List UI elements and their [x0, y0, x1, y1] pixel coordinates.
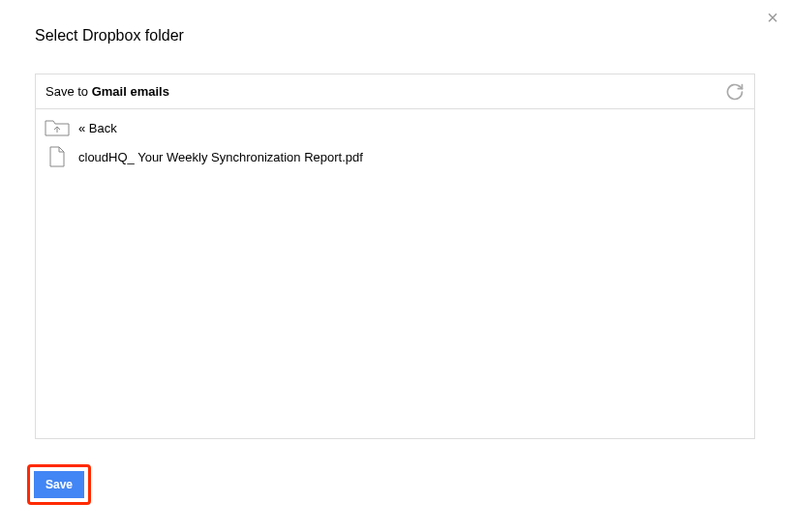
dialog-title: Select Dropbox folder [35, 27, 184, 44]
folder-up-icon [42, 116, 73, 139]
back-row[interactable]: « Back [36, 113, 754, 142]
save-highlight: Save [27, 464, 91, 505]
close-icon[interactable]: × [767, 8, 778, 27]
path-prefix: Save to [46, 84, 92, 99]
panel-header: Save to Gmail emails [36, 74, 754, 109]
path-folder: Gmail emails [92, 84, 169, 99]
refresh-icon[interactable] [725, 82, 744, 102]
file-name: cloudHQ_ Your Weekly Synchronization Rep… [78, 150, 363, 164]
save-button[interactable]: Save [34, 471, 84, 498]
file-row[interactable]: cloudHQ_ Your Weekly Synchronization Rep… [36, 142, 754, 171]
path-text: Save to Gmail emails [46, 84, 169, 99]
file-icon [42, 145, 73, 168]
panel-body: « Back cloudHQ_ Your Weekly Synchronizat… [36, 109, 754, 175]
back-link[interactable]: « Back [78, 121, 117, 135]
folder-panel: Save to Gmail emails « Back [35, 74, 755, 439]
